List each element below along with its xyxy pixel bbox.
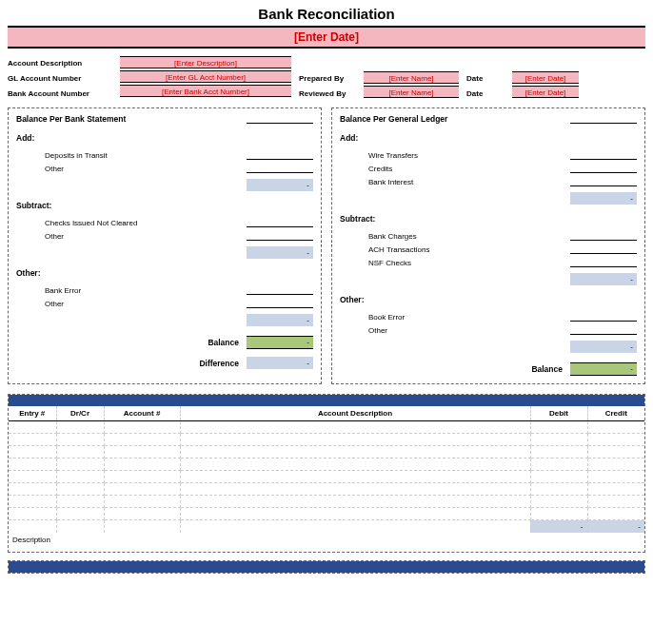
table-row[interactable] [9,434,644,446]
account-desc-field[interactable]: [Enter Description] [120,56,291,68]
table-cell[interactable] [587,446,644,459]
total-row: -- [9,520,644,533]
prepared-field[interactable]: [Enter Name] [364,71,459,84]
table-cell[interactable] [9,434,56,446]
table-cell[interactable] [56,421,104,434]
item-row: Bank Charges [368,227,637,241]
item-row: NSF Checks [368,254,637,267]
item-label: Other [368,326,387,335]
table-cell[interactable] [587,421,644,434]
table-cell[interactable] [104,496,180,508]
table-cell[interactable] [9,446,56,459]
item-input[interactable] [570,164,637,173]
table-cell[interactable] [530,496,587,508]
table-cell[interactable] [104,434,180,446]
table-row[interactable] [9,421,644,434]
table-cell[interactable] [9,459,56,471]
ledger-panel: Balance Per General Ledger Add: Wire Tra… [331,107,645,384]
bank-panel-title: Balance Per Bank Statement [16,114,126,124]
item-input[interactable] [247,285,313,295]
table-row[interactable] [9,496,644,508]
bank-difference-label: Difference [199,359,239,368]
table-cell[interactable] [56,446,104,459]
table-cell[interactable] [9,496,56,508]
item-input[interactable] [247,231,313,241]
table-cell[interactable] [180,508,530,520]
table-cell[interactable] [180,459,530,471]
item-label: ACH Transactions [368,245,429,254]
ledger-balance-input[interactable] [570,114,637,124]
item-row: Bank Error [45,282,313,295]
table-cell[interactable] [587,471,644,483]
table-cell[interactable] [530,446,587,459]
item-input[interactable] [570,325,637,335]
table-cell[interactable] [56,471,104,483]
table-cell[interactable] [530,508,587,520]
table-cell[interactable] [104,446,180,459]
item-row: Bank Interest [368,173,637,186]
bank-acct-field[interactable]: [Enter Bank Acct Number] [120,85,291,97]
item-input[interactable] [570,150,637,160]
table-cell[interactable] [587,508,644,520]
gl-field[interactable]: [Enter GL Acct Number] [120,70,291,83]
table-cell[interactable] [180,483,530,496]
reviewed-field[interactable]: [Enter Name] [364,86,459,98]
item-input[interactable] [570,258,637,267]
bank-other-subtotal: - [247,314,313,326]
item-label: Other [45,300,64,308]
item-row: Other [45,295,313,308]
item-input[interactable] [570,244,637,254]
table-cell[interactable] [56,483,104,496]
table-row[interactable] [9,483,644,496]
bank-balance-input[interactable] [247,114,313,124]
table-cell[interactable] [104,508,180,520]
item-row: Other [368,322,637,335]
table-row[interactable] [9,446,644,459]
table-cell[interactable] [530,434,587,446]
meta-section: Account Description GL Account Number Ba… [8,56,645,100]
total-cell: - [587,520,644,533]
item-input[interactable] [570,231,637,241]
table-cell[interactable] [587,483,644,496]
table-cell[interactable] [9,471,56,483]
table-cell[interactable] [180,446,530,459]
table-row[interactable] [9,471,644,483]
item-input[interactable] [247,218,313,227]
table-cell[interactable] [530,471,587,483]
total-cell: - [530,520,587,533]
table-row[interactable] [9,459,644,471]
item-input[interactable] [247,164,313,173]
table-cell[interactable] [9,508,56,520]
table-cell[interactable] [180,434,530,446]
table-cell[interactable] [56,434,104,446]
item-input[interactable] [247,299,313,308]
table-cell[interactable] [530,421,587,434]
table-cell[interactable] [180,471,530,483]
table-cell[interactable] [56,459,104,471]
table-cell[interactable] [587,496,644,508]
date2-field[interactable]: [Enter Date] [512,86,579,98]
table-cell[interactable] [104,421,180,434]
table-cell[interactable] [587,459,644,471]
date-bar[interactable]: [Enter Date] [8,26,645,49]
table-cell[interactable] [180,496,530,508]
table-cell[interactable] [9,483,56,496]
item-input[interactable] [570,312,637,322]
item-input[interactable] [247,150,313,160]
table-cell[interactable] [530,483,587,496]
date1-field[interactable]: [Enter Date] [512,71,579,84]
table-cell[interactable] [56,496,104,508]
date2-label: Date [466,89,483,98]
table-cell[interactable] [104,459,180,471]
item-label: Bank Charges [368,232,417,241]
table-cell[interactable] [530,459,587,471]
table-cell[interactable] [9,421,56,434]
item-input[interactable] [570,177,637,186]
table-cell[interactable] [104,471,180,483]
table-cell[interactable] [104,483,180,496]
table-row[interactable] [9,508,644,520]
table-cell[interactable] [56,508,104,520]
table-cell[interactable] [180,421,530,434]
table-cell[interactable] [587,434,644,446]
col-header: Debit [530,406,587,421]
